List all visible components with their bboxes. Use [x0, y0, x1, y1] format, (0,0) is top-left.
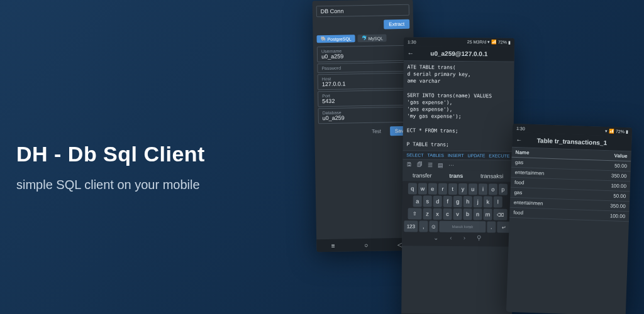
key-j[interactable]: j [474, 196, 482, 207]
key-c[interactable]: c [443, 208, 452, 220]
phone-table: 1:30 ▾ 📶 72% ▮ ← Table tr_transactions_1… [506, 124, 632, 314]
toolbar-icon[interactable]: 🖺 [406, 162, 412, 168]
db-postgresql-chip[interactable]: 🐘PostgreSQL [316, 35, 355, 43]
period-key[interactable]: . [487, 222, 496, 233]
key-m[interactable]: m [483, 209, 492, 220]
suggest-right[interactable]: transaksi [480, 173, 503, 180]
col-value[interactable]: Value [601, 151, 631, 161]
action-select[interactable]: SELECT [406, 153, 423, 158]
key-v[interactable]: v [453, 208, 462, 220]
key-d[interactable]: d [433, 196, 442, 207]
phone-editor: 1:30 25 M3R/d ▾ 📶 72% ▮ ← u0_a259@127.0.… [401, 37, 514, 314]
key-k[interactable]: k [484, 197, 492, 208]
key-a[interactable]: a [413, 196, 422, 207]
action-insert[interactable]: INSERT [448, 153, 464, 158]
action-update[interactable]: UPDATE [467, 153, 485, 158]
kbd-mic-icon[interactable]: ⚲ [477, 235, 481, 242]
numeric-key[interactable]: 123 [404, 221, 418, 232]
emoji-key[interactable]: ☺ [429, 221, 438, 232]
test-button[interactable]: Test [367, 126, 386, 136]
action-execute[interactable]: EXECUTE [489, 154, 509, 158]
status-right: ▾ 📶 72% ▮ [605, 129, 628, 134]
key-x[interactable]: x [433, 208, 441, 220]
cell-value: 350.00 [599, 201, 630, 212]
dolphin-icon: 🐬 [362, 36, 367, 41]
key-s[interactable]: s [423, 196, 432, 207]
kbd-collapse-icon[interactable]: ⌄ [433, 234, 438, 241]
kbd-left-icon[interactable]: ‹ [450, 234, 452, 241]
suggest-mid[interactable]: trans [449, 173, 463, 179]
database-field[interactable]: Databaseu0_a259 [318, 107, 411, 124]
nav-home-icon[interactable]: ○ [364, 241, 368, 248]
table-title: Table tr_transactions_1 [536, 137, 607, 146]
key-e[interactable]: e [428, 183, 437, 195]
key-y[interactable]: y [458, 183, 467, 195]
app-title: DH - Db Sql Client [16, 142, 205, 166]
suggest-left[interactable]: transfer [413, 173, 432, 179]
editor-title: u0_a259@127.0.0.1 [430, 50, 487, 58]
key-n[interactable]: n [473, 208, 482, 220]
cell-value: 50.00 [599, 191, 630, 202]
cell-value: 50.00 [601, 161, 631, 171]
key-t[interactable]: t [448, 183, 457, 195]
key-w[interactable]: w [418, 183, 427, 195]
back-icon[interactable]: ← [516, 136, 522, 143]
keyboard: qwertyuiop asdfghjkl ⇧zxcvbnm⌫ 123 , ☺ M… [402, 181, 513, 247]
extract-button[interactable]: Extract [384, 19, 409, 30]
toolbar-icon[interactable]: 🗐 [417, 162, 423, 168]
key-i[interactable]: i [479, 184, 487, 195]
key-h[interactable]: h [464, 196, 472, 207]
toolbar-icon[interactable]: ▤ [438, 162, 443, 168]
cell-value: 100.00 [600, 181, 630, 192]
key-o[interactable]: o [489, 184, 497, 195]
port-field[interactable]: Port5432 [318, 90, 411, 107]
elephant-icon: 🐘 [321, 36, 326, 41]
shift-key[interactable]: ⇧ [408, 208, 421, 220]
action-tables[interactable]: TABLES [428, 153, 444, 158]
cell-value: 100.00 [599, 211, 629, 222]
key-b[interactable]: b [463, 208, 472, 220]
toolbar-icon[interactable]: ☰ [428, 162, 433, 168]
key-u[interactable]: u [469, 183, 477, 195]
key-r[interactable]: r [438, 183, 447, 195]
conn-name-input[interactable]: DB Conn [321, 7, 405, 14]
phone-connection: DB Conn Extract 🐘PostgreSQL 🐬MySQL Usern… [313, 0, 418, 252]
back-icon[interactable]: ← [408, 50, 414, 57]
key-g[interactable]: g [453, 196, 462, 207]
kbd-right-icon[interactable]: › [464, 234, 465, 241]
space-key[interactable]: Masuk kotak [439, 221, 486, 233]
status-right: 25 M3R/d ▾ 📶 72% ▮ [467, 40, 511, 45]
username-field[interactable]: Usernameu0_a259 [317, 45, 410, 63]
db-mysql-chip[interactable]: 🐬MySQL [358, 34, 387, 42]
toolbar-icon[interactable]: ⋯ [448, 162, 454, 168]
key-f[interactable]: f [443, 196, 452, 207]
nav-recents-icon[interactable]: ≡ [331, 242, 335, 249]
app-subtitle: simple SQL client on your mobile [16, 178, 205, 192]
host-field[interactable]: Host127.0.0.1 [318, 73, 411, 90]
key-q[interactable]: q [408, 183, 417, 195]
backspace-key[interactable]: ⌫ [493, 209, 507, 220]
key-l[interactable]: l [494, 197, 502, 208]
sql-actions: SELECT TABLES INSERT UPDATE EXECUTE [402, 150, 513, 161]
status-time: 1:30 [408, 40, 416, 44]
cell-value: 350.00 [600, 171, 630, 181]
password-field[interactable]: Password [317, 62, 410, 73]
status-time: 1:30 [516, 126, 525, 130]
sql-editor[interactable]: ATE TABLE trans( d serial primary key, a… [402, 61, 514, 151]
key-p[interactable]: p [499, 184, 508, 195]
comma-key[interactable]: , [419, 221, 428, 232]
key-z[interactable]: z [423, 208, 431, 220]
